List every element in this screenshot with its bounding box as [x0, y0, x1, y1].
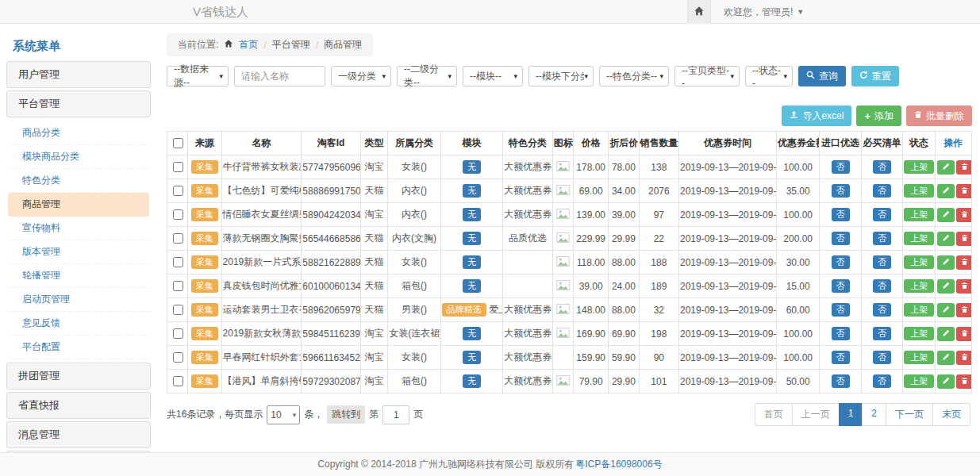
batch-delete-button[interactable]: 批量删除 [906, 106, 972, 126]
filter-status-select[interactable]: --状态--▾ [745, 66, 793, 86]
sidebar-group-users[interactable]: 用户管理 [6, 61, 151, 88]
row-checkbox[interactable] [173, 233, 183, 244]
select-all-checkbox[interactable] [173, 138, 183, 148]
sidebar-subitem[interactable]: 模块商品分类 [8, 145, 149, 169]
toggle-badge[interactable]: 否 [832, 279, 850, 293]
edit-button[interactable] [937, 208, 955, 222]
toggle-badge[interactable]: 否 [832, 327, 850, 340]
sidebar-subitem[interactable]: 版本管理 [8, 240, 149, 264]
sidebar-subitem-active[interactable]: 商品管理 [8, 193, 149, 217]
toggle-badge[interactable]: 否 [832, 303, 850, 317]
edit-button[interactable] [937, 255, 955, 270]
status-badge[interactable]: 上架 [904, 303, 934, 317]
toggle-badge[interactable]: 否 [873, 255, 891, 269]
toggle-badge[interactable]: 否 [832, 255, 850, 269]
delete-button[interactable] [956, 232, 972, 246]
toggle-badge[interactable]: 否 [873, 160, 891, 174]
name-search-input[interactable] [234, 66, 325, 86]
toggle-badge[interactable]: 否 [832, 208, 850, 221]
delete-button[interactable] [956, 351, 972, 365]
edit-button[interactable] [937, 279, 955, 294]
row-checkbox[interactable] [173, 186, 183, 196]
edit-button[interactable] [937, 184, 955, 198]
toggle-badge[interactable]: 否 [832, 374, 850, 388]
sidebar-subitem[interactable]: 意见反馈 [8, 312, 149, 336]
pager-first[interactable]: 首页 [755, 403, 793, 426]
status-badge[interactable]: 上架 [904, 160, 934, 174]
delete-button[interactable] [956, 160, 972, 175]
sidebar-subitem[interactable]: 宣传物料 [8, 217, 149, 240]
toggle-badge[interactable]: 否 [832, 160, 850, 174]
edit-button[interactable] [937, 303, 955, 317]
filter-module-sub-select[interactable]: --模块下分类--▾ [528, 66, 594, 86]
pager-page-1[interactable]: 1 [839, 403, 863, 426]
delete-button[interactable] [956, 184, 972, 198]
toggle-badge[interactable]: 否 [873, 279, 891, 293]
search-button[interactable]: 查询 [798, 66, 846, 86]
edit-button[interactable] [937, 374, 955, 389]
delete-button[interactable] [956, 327, 972, 341]
breadcrumb-home-link[interactable]: 首页 [239, 38, 258, 52]
edit-button[interactable] [937, 232, 955, 246]
sidebar-subitem[interactable]: 特色分类 [8, 169, 149, 193]
row-checkbox[interactable] [173, 328, 183, 339]
reset-button[interactable]: 重置 [851, 66, 899, 86]
toggle-badge[interactable]: 否 [873, 327, 891, 340]
sidebar-subitem[interactable]: 平台配置 [8, 336, 149, 359]
filter-item-type-select[interactable]: --宝贝类型--▾ [674, 66, 740, 86]
row-checkbox[interactable] [173, 305, 183, 315]
sidebar-group-groupbuy[interactable]: 拼团管理 [6, 363, 151, 390]
status-badge[interactable]: 上架 [904, 279, 934, 293]
sidebar-subitem[interactable]: 轮播管理 [8, 264, 149, 288]
status-badge[interactable]: 上架 [904, 327, 934, 340]
add-button[interactable]: + 添加 [856, 106, 901, 126]
delete-button[interactable] [956, 303, 972, 317]
import-excel-button[interactable]: 导入excel [782, 106, 851, 126]
edit-button[interactable] [937, 327, 955, 341]
status-badge[interactable]: 上架 [904, 351, 934, 364]
sidebar-group-platform[interactable]: 平台管理 [6, 90, 151, 117]
filter-feature-select[interactable]: --特色分类--▾ [599, 66, 669, 86]
sidebar-group-messages[interactable]: 消息管理 [6, 421, 151, 448]
toggle-badge[interactable]: 否 [873, 351, 891, 364]
toggle-badge[interactable]: 否 [832, 351, 850, 364]
pager-prev[interactable]: 上一页 [792, 403, 840, 426]
edit-button[interactable] [937, 351, 955, 365]
home-button[interactable] [687, 0, 711, 24]
delete-button[interactable] [956, 374, 972, 389]
status-badge[interactable]: 上架 [904, 255, 934, 269]
toggle-badge[interactable]: 否 [832, 232, 850, 245]
jump-page-input[interactable] [382, 405, 409, 424]
pager-page-2[interactable]: 2 [862, 403, 886, 426]
toggle-badge[interactable]: 否 [873, 374, 891, 388]
status-badge[interactable]: 上架 [904, 184, 934, 198]
edit-button[interactable] [937, 160, 955, 175]
row-checkbox[interactable] [173, 352, 183, 363]
user-menu[interactable]: 欢迎您，管理员! ▼ [711, 0, 804, 24]
filter-cat2-select[interactable]: --二级分类--▾ [397, 66, 457, 86]
status-badge[interactable]: 上架 [904, 232, 934, 245]
filter-cat1-select[interactable]: 一级分类▾ [331, 66, 391, 86]
toggle-badge[interactable]: 否 [873, 303, 891, 317]
per-page-select[interactable]: 10▾ [267, 405, 300, 424]
toggle-badge[interactable]: 否 [873, 208, 891, 221]
status-badge[interactable]: 上架 [904, 374, 934, 388]
icp-link[interactable]: 粤ICP备16098006号 [575, 458, 662, 471]
pager-last[interactable]: 末页 [932, 403, 970, 426]
status-badge[interactable]: 上架 [904, 208, 934, 221]
toggle-badge[interactable]: 否 [873, 232, 891, 245]
toggle-badge[interactable]: 否 [832, 184, 850, 198]
row-checkbox[interactable] [173, 281, 183, 291]
row-checkbox[interactable] [173, 376, 183, 386]
pager-next[interactable]: 下一页 [886, 403, 933, 426]
row-checkbox[interactable] [173, 257, 183, 267]
row-checkbox[interactable] [173, 209, 183, 220]
delete-button[interactable] [956, 208, 972, 222]
filter-source-select[interactable]: --数据来源--▾ [167, 66, 229, 86]
jump-button[interactable]: 跳转到 [327, 405, 365, 424]
filter-module-select[interactable]: --模块--▾ [463, 66, 523, 86]
sidebar-subitem[interactable]: 商品分类 [8, 121, 149, 145]
sidebar-group-express[interactable]: 省直快报 [6, 392, 151, 419]
sidebar-subitem[interactable]: 启动页管理 [8, 288, 149, 312]
delete-button[interactable] [956, 279, 972, 294]
